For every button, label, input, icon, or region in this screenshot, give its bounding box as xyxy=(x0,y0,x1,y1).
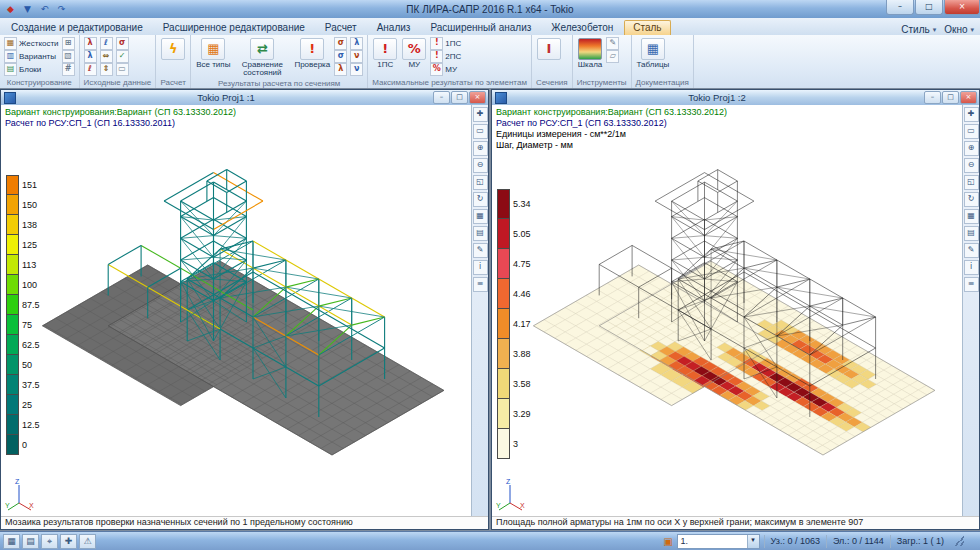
ribbon-tab[interactable]: Сталь xyxy=(624,20,670,35)
fragment-view-icon[interactable]: ◱ xyxy=(473,175,488,190)
undo-icon[interactable]: ↶ xyxy=(37,3,52,16)
child-minimize-button[interactable]: – xyxy=(433,91,450,104)
ribbon-button[interactable]: λ xyxy=(84,50,97,62)
ribbon-button[interactable]: %МУ xyxy=(401,37,427,69)
ribbon-button[interactable]: ▥Варианты xyxy=(4,50,59,62)
ribbon-button[interactable]: ▱ xyxy=(606,50,619,62)
mesh-view-icon[interactable]: ▤ xyxy=(473,226,488,241)
ribbon-button[interactable]: ▦Все типы xyxy=(195,37,231,69)
select-tool-icon[interactable]: ✚ xyxy=(473,107,488,122)
ribbon-tab[interactable]: Создание и редактирование xyxy=(2,20,152,35)
title-bar[interactable]: ◆▼↶↷ ПК ЛИРА-САПР 2016 R.1 x64 - Tokio –… xyxy=(0,0,980,19)
ribbon-button[interactable]: ν xyxy=(350,63,363,75)
mesh-view-icon[interactable]: ▤ xyxy=(964,226,979,241)
loadcase-selector[interactable]: 1. ▾ xyxy=(677,534,760,549)
ribbon-group: ▦Все типы⇄Сравнение состояний!Проверкаσσ… xyxy=(191,35,368,88)
ribbon-button[interactable]: ⊞ xyxy=(62,37,75,49)
ribbon-button[interactable]: ⇕ xyxy=(100,63,113,75)
mosaic-view-icon[interactable]: ▦ xyxy=(964,209,979,224)
model-viewport[interactable] xyxy=(492,105,964,517)
ribbon-button[interactable]: !1ПС xyxy=(372,37,398,69)
zoom-in-icon[interactable]: ⊕ xyxy=(473,141,488,156)
ribbon-tab[interactable]: Расширенный анализ xyxy=(421,20,540,35)
zoom-in-icon[interactable]: ⊕ xyxy=(964,141,979,156)
ribbon-tab[interactable]: Расширенное редактирование xyxy=(154,20,314,35)
ribbon-button[interactable]: λ xyxy=(334,63,347,75)
list-icon[interactable]: ≡ xyxy=(964,277,979,292)
child-minimize-button[interactable]: – xyxy=(924,91,941,104)
child-restore-button[interactable]: □ xyxy=(942,91,959,104)
fit-view-icon[interactable]: ▭ xyxy=(964,124,979,139)
child-close-button[interactable]: × xyxy=(469,91,486,104)
ribbon-button[interactable]: ▦Таблицы xyxy=(636,37,671,69)
ribbon-button[interactable]: ℓ xyxy=(100,37,113,49)
ribbon-button[interactable]: !1ПС xyxy=(430,37,461,49)
svg-text:X: X xyxy=(29,502,34,509)
ribbon-button-icon: ν xyxy=(350,50,363,63)
rotate-view-icon[interactable]: ↻ xyxy=(473,192,488,207)
dropdown-arrow-icon[interactable]: ▾ xyxy=(747,535,759,548)
ribbon-button[interactable]: %МУ xyxy=(430,63,461,75)
fit-view-icon[interactable]: ▭ xyxy=(473,124,488,139)
ribbon-button[interactable]: ✓ xyxy=(116,50,129,62)
legend-row: 4.75 xyxy=(497,249,531,279)
annotate-icon[interactable]: ✎ xyxy=(473,243,488,258)
ribbon-button[interactable]: ℓ xyxy=(84,63,97,75)
resize-grip[interactable] xyxy=(954,536,964,546)
target-icon[interactable]: ⌖ xyxy=(41,534,58,549)
rotate-view-icon[interactable]: ↻ xyxy=(964,192,979,207)
fragment-view-icon[interactable]: ◱ xyxy=(964,175,979,190)
ribbon-button[interactable]: ϟ xyxy=(160,37,186,61)
ribbon-button[interactable]: ▦Жесткости xyxy=(4,37,59,49)
ribbon-button[interactable]: λ xyxy=(350,37,363,49)
ribbon-button[interactable]: ▧ xyxy=(62,50,75,62)
ribbon-group-label: Сечения xyxy=(536,77,568,88)
mosaic-view-icon[interactable]: ▦ xyxy=(473,209,488,224)
annotate-icon[interactable]: ✎ xyxy=(964,243,979,258)
zoom-out-icon[interactable]: ⊖ xyxy=(964,158,979,173)
ribbon-tab[interactable]: Железобетон xyxy=(542,20,622,35)
warning-icon[interactable]: ⚠ xyxy=(79,534,96,549)
app-logo-icon[interactable]: ◆ xyxy=(3,3,18,16)
child-close-button[interactable]: × xyxy=(960,91,977,104)
ribbon-button[interactable]: σ xyxy=(116,37,129,49)
minimize-button[interactable]: – xyxy=(886,0,914,15)
corner-menu[interactable]: Окно▾ xyxy=(944,24,974,35)
child-window-icon xyxy=(495,92,507,104)
ribbon-button-icon: ▦ xyxy=(641,38,665,60)
zoom-out-icon[interactable]: ⊖ xyxy=(473,158,488,173)
corner-menu[interactable]: Стиль▾ xyxy=(901,24,936,35)
ribbon-button[interactable]: ▤Блоки xyxy=(4,63,59,75)
ribbon-button[interactable]: ✎ xyxy=(606,37,619,49)
snap-icon[interactable]: ✚ xyxy=(60,534,77,549)
list-icon[interactable]: ≡ xyxy=(473,277,488,292)
ribbon-button[interactable]: ν xyxy=(350,50,363,62)
layers-icon[interactable]: ▤ xyxy=(22,534,39,549)
info-icon[interactable]: i xyxy=(964,260,979,275)
child-window-titlebar[interactable]: Tokio Proj1 :1 –□× xyxy=(1,90,488,106)
save-icon[interactable]: ▼ xyxy=(20,3,35,16)
ribbon-button[interactable]: ⇔ xyxy=(100,50,113,62)
ribbon-button[interactable]: !2ПС xyxy=(430,50,461,62)
ribbon-button[interactable]: Шкала xyxy=(577,37,604,69)
ribbon-button[interactable]: !Проверка xyxy=(293,37,331,69)
close-button[interactable]: × xyxy=(944,0,980,15)
child-restore-button[interactable]: □ xyxy=(451,91,468,104)
ribbon-button[interactable]: I xyxy=(536,37,562,61)
ribbon-button[interactable]: σ xyxy=(334,37,347,49)
maximize-button[interactable]: □ xyxy=(915,0,943,15)
ribbon-tab[interactable]: Расчет xyxy=(316,20,366,35)
model-viewport[interactable] xyxy=(1,105,473,517)
grid-icon[interactable]: ▦ xyxy=(3,534,20,549)
ribbon-tab[interactable]: Анализ xyxy=(368,20,420,35)
info-icon[interactable]: i xyxy=(473,260,488,275)
child-window-titlebar[interactable]: Tokio Proj1 :2 –□× xyxy=(492,90,979,106)
ribbon-button[interactable]: # xyxy=(62,63,75,75)
ribbon-button[interactable]: ▭ xyxy=(116,63,129,75)
redo-icon[interactable]: ↷ xyxy=(54,3,69,16)
select-tool-icon[interactable]: ✚ xyxy=(964,107,979,122)
ribbon-button[interactable]: λ xyxy=(84,37,97,49)
ribbon-button[interactable]: σ xyxy=(334,50,347,62)
legend-row: 12.5 xyxy=(6,415,40,435)
ribbon-button[interactable]: ⇄Сравнение состояний xyxy=(234,37,290,78)
